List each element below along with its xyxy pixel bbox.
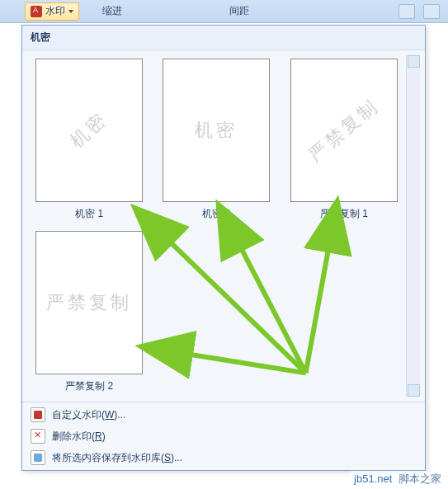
watermark-icon xyxy=(31,6,42,17)
thumb-watermark-text: 机密 xyxy=(195,118,238,143)
thumb-watermark-text: 严禁复制 xyxy=(303,93,384,167)
thumb-label: 机密 1 xyxy=(75,207,103,221)
thumb-label: 严禁复制 2 xyxy=(65,379,113,393)
thumb-preview: 严禁复制 xyxy=(290,59,398,202)
watermark-button-label: 水印 xyxy=(45,4,65,18)
gallery-scrollbar[interactable] xyxy=(406,55,420,397)
menu-save-to-gallery[interactable]: 将所选内容保存到水印库(S)... xyxy=(22,447,425,468)
menu-label: 将所选内容保存到水印库(S)... xyxy=(52,451,182,465)
gallery-item-nocopy-1[interactable]: 严禁复制 严禁复制 1 xyxy=(282,55,406,224)
menu-label: 自定义水印(W)... xyxy=(52,408,125,422)
watermark-gallery-panel: 机密 机密 机密 1 机密 机密 2 严禁复制 严禁复制 1 xyxy=(21,25,426,471)
menu-remove-watermark[interactable]: 删除水印(R) xyxy=(22,426,425,447)
chevron-down-icon xyxy=(68,10,73,13)
thumb-preview: 严禁复制 xyxy=(35,231,143,374)
ribbon-group-spacing: 间距 xyxy=(221,4,257,18)
gallery-menu: 自定义水印(W)... 删除水印(R) 将所选内容保存到水印库(S)... xyxy=(22,402,425,470)
thumb-label: 机密 2 xyxy=(202,207,230,221)
scroll-up-icon[interactable] xyxy=(408,55,420,68)
menu-label: 删除水印(R) xyxy=(52,430,106,444)
source-name: 脚本之家 xyxy=(398,473,441,485)
gallery-item-nocopy-2[interactable]: 严禁复制 严禁复制 2 xyxy=(27,228,151,397)
menu-custom-watermark[interactable]: 自定义水印(W)... xyxy=(22,404,425,426)
thumb-watermark-text: 严禁复制 xyxy=(46,290,132,315)
save-to-gallery-icon xyxy=(31,450,45,465)
source-url: jb51.net xyxy=(354,473,392,485)
ribbon-right-icons xyxy=(398,4,448,19)
thumb-preview: 机密 xyxy=(35,59,143,202)
ribbon-group-indent: 缩进 xyxy=(94,4,130,18)
thumb-label: 严禁复制 1 xyxy=(320,207,368,221)
ribbon-icon-1[interactable] xyxy=(398,4,415,19)
scroll-down-icon[interactable] xyxy=(408,384,420,397)
ribbon-strip: 水印 缩进 间距 xyxy=(0,0,448,23)
remove-watermark-icon xyxy=(31,429,45,444)
gallery-item-confidential-2[interactable]: 机密 机密 2 xyxy=(154,55,278,224)
gallery-header: 机密 xyxy=(22,26,425,50)
source-watermark: jb51.net 脚本之家 xyxy=(351,471,445,487)
custom-watermark-icon xyxy=(31,407,45,422)
watermark-button[interactable]: 水印 xyxy=(25,2,79,21)
ribbon-icon-2[interactable] xyxy=(423,4,440,19)
thumb-preview: 机密 xyxy=(163,59,270,202)
gallery-item-confidential-1[interactable]: 机密 机密 1 xyxy=(27,55,151,224)
gallery-thumbs: 机密 机密 1 机密 机密 2 严禁复制 严禁复制 1 严禁复制 xyxy=(27,55,406,397)
thumb-watermark-text: 机密 xyxy=(65,107,114,153)
